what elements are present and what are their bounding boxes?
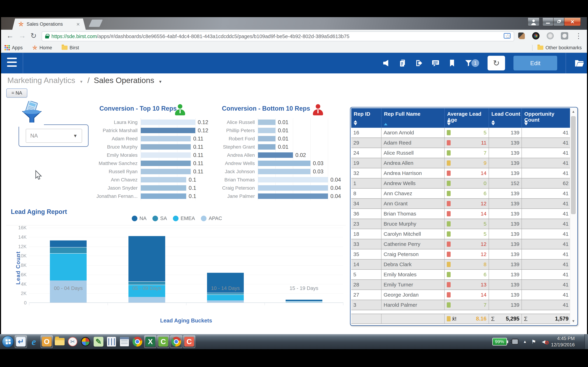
tab-close-icon[interactable]: × (76, 21, 80, 27)
table-row[interactable]: 24Alice Russell713941 (351, 148, 571, 158)
frame-extension-icon[interactable] (503, 32, 511, 40)
bar[interactable] (258, 119, 276, 125)
taskbar-equalizer-app[interactable] (105, 335, 118, 348)
legend-item[interactable]: SA (152, 216, 167, 221)
close-button[interactable]: × (564, 18, 581, 26)
taskbar-scheduler-app[interactable] (118, 335, 130, 348)
edit-button[interactable]: Edit (513, 56, 557, 70)
bookmark-ribbon-icon[interactable] (448, 59, 456, 67)
bar[interactable] (258, 144, 276, 150)
bar[interactable] (141, 193, 186, 199)
bar[interactable] (141, 144, 191, 150)
table-row[interactable]: 27George Jordan1413941 (351, 290, 571, 300)
battery-indicator[interactable]: 99% (492, 338, 507, 345)
bookmark-apps[interactable]: Apps (5, 45, 23, 50)
sort-arrows-icon[interactable] (524, 120, 528, 125)
bar-segment-sa[interactable] (129, 281, 165, 285)
taskbar-chrome[interactable] (131, 335, 144, 348)
bar[interactable] (258, 193, 328, 199)
bar-segment-emea[interactable] (207, 294, 244, 300)
bar-segment-apac[interactable] (207, 300, 244, 302)
volume-muted-icon[interactable]: ◄⊘ (541, 338, 546, 345)
announce-icon[interactable] (382, 59, 390, 67)
legend-item[interactable]: APAC (201, 216, 222, 221)
chevron-down-icon[interactable]: ▼ (79, 80, 83, 84)
column-header-5[interactable]: Opportunity Count (522, 108, 571, 128)
bar-segment-apac[interactable] (285, 302, 322, 302)
bar[interactable] (141, 169, 191, 174)
square-extension-icon[interactable] (561, 32, 568, 40)
comment-icon[interactable] (432, 59, 440, 67)
bookmark-home[interactable]: Home (32, 45, 52, 50)
table-row[interactable]: 34Ann Grant1213941 (351, 199, 571, 209)
legend-item[interactable]: EMEA (173, 216, 195, 221)
table-row[interactable]: 29Adam Reed1113941 (351, 138, 571, 148)
clock[interactable]: 4:45 PM 12/19/2016 (551, 335, 575, 348)
bar-segment-sa[interactable] (50, 247, 87, 253)
camera-extension-icon[interactable] (532, 32, 540, 40)
new-tab-button[interactable] (89, 20, 103, 27)
table-row[interactable]: 36Brian Thomas1413941 (351, 209, 571, 219)
column-header-4[interactable]: Lead Count (489, 108, 522, 128)
bar[interactable] (141, 128, 195, 133)
bar[interactable] (258, 128, 276, 133)
menu-dots-icon[interactable]: ⋮ (575, 32, 582, 40)
browser-tab[interactable]: Sales Operations × (12, 18, 86, 30)
bar[interactable] (141, 136, 191, 141)
bar[interactable] (141, 152, 191, 158)
bar[interactable] (141, 119, 195, 125)
hidden-icons-arrow[interactable]: ▲ (523, 339, 527, 344)
bar-segment-na[interactable] (129, 236, 165, 281)
filter-chip[interactable]: = NA (6, 88, 27, 98)
breadcrumb-parent[interactable]: Marketing Analytics (7, 76, 75, 85)
table-row[interactable]: 23Bruce Murphy513941 (351, 219, 571, 229)
action-center-flag-icon[interactable]: ⚑ (531, 339, 536, 345)
table-row[interactable]: 5Emily Morales613941 (351, 270, 571, 280)
sort-arrows-icon[interactable] (354, 120, 357, 125)
url-bar[interactable]: https://sde.birst.com/apps/#/dashboards/… (42, 32, 514, 41)
taskbar-file-explorer[interactable] (53, 335, 66, 348)
export-icon[interactable] (415, 59, 423, 67)
taskbar-color-wheel-app[interactable] (79, 335, 92, 348)
column-header-2[interactable]: Rep Full Name (381, 108, 445, 128)
bar-segment-apac[interactable] (129, 297, 165, 302)
taskbar-history-app[interactable]: ↵ (15, 335, 27, 348)
chevron-down-icon[interactable]: ▼ (158, 80, 162, 84)
bar[interactable] (258, 136, 276, 141)
bookmark-birst-folder[interactable]: Birst (62, 45, 79, 50)
table-row[interactable]: 18Carolyn Mitchell513941 (351, 229, 571, 239)
profile-button[interactable] (528, 18, 539, 26)
stacked-bar[interactable] (129, 236, 165, 302)
eyedropper-extension-icon[interactable] (518, 32, 525, 40)
bar[interactable] (258, 169, 311, 174)
table-scrollbar[interactable]: ▲ ▼ (570, 108, 577, 325)
taskbar-camtasia[interactable]: C (157, 335, 169, 348)
circle-extension-icon[interactable] (546, 32, 554, 40)
bar[interactable] (141, 177, 186, 183)
other-bookmarks[interactable]: Other bookmarks (537, 45, 582, 50)
region-select[interactable]: NA ▼ (26, 129, 82, 143)
back-icon[interactable]: ← (6, 32, 14, 40)
bar[interactable] (258, 177, 328, 183)
taskbar-snipping-tool[interactable]: ✂ (67, 335, 79, 348)
scroll-up-icon[interactable]: ▲ (570, 109, 577, 114)
taskbar-internet-explorer[interactable]: e (28, 335, 40, 348)
bar[interactable] (141, 161, 191, 166)
chart-title[interactable]: Lead Aging Report (11, 208, 67, 216)
table-row[interactable]: 16Aaron Arnold513941 (351, 128, 571, 138)
scrollbar-thumb[interactable] (571, 116, 576, 214)
table-row[interactable]: 3Harold Palmer713941 (351, 300, 571, 310)
table-row[interactable]: 8Ann Chavez613941 (351, 189, 571, 199)
legend-item[interactable]: NA (132, 216, 147, 221)
sort-arrows-icon[interactable] (384, 123, 388, 125)
bar-segment-na[interactable] (285, 299, 322, 301)
dashboard-refresh-button[interactable]: ↻ (488, 56, 505, 70)
restore-button[interactable] (553, 18, 564, 26)
minimize-button[interactable] (543, 18, 553, 26)
bar[interactable] (258, 185, 328, 191)
scroll-down-icon[interactable]: ▼ (570, 319, 577, 323)
forward-icon[interactable]: → (18, 32, 26, 40)
breadcrumb-current[interactable]: Sales Operations (94, 76, 154, 85)
taskbar-notes-app[interactable]: ✎ (92, 335, 105, 348)
table-row[interactable]: 35Craig Peterson1213941 (351, 249, 571, 259)
